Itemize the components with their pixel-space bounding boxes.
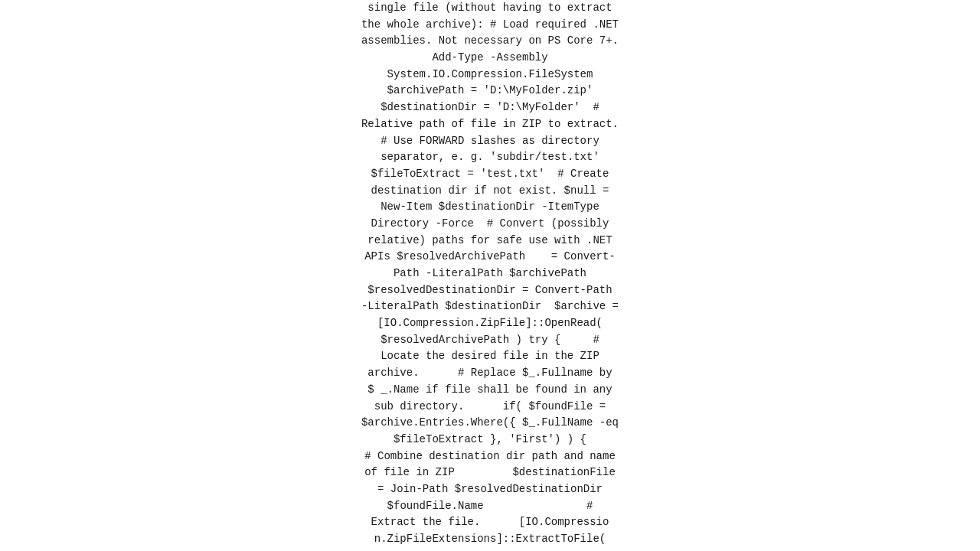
code-line: single file (without having to extract bbox=[15, 0, 965, 17]
code-line: $fileToExtract }, 'First') ) { bbox=[15, 432, 965, 448]
code-line: the whole archive): # Load required .NET bbox=[15, 17, 965, 34]
code-line: archive. # Replace $_.Fullname by bbox=[15, 365, 965, 382]
code-line: APIs $resolvedArchivePath = Convert- bbox=[15, 249, 965, 266]
code-line: $destinationDir = 'D:\MyFolder' # bbox=[15, 99, 965, 116]
code-line: Relative path of file in ZIP to extract. bbox=[15, 116, 965, 133]
code-line: System.IO.Compression.FileSystem bbox=[15, 67, 965, 83]
code-line: = Join-Path $resolvedDestinationDir bbox=[15, 481, 965, 498]
code-line: n.ZipFileExtensions]::ExtractToFile( bbox=[15, 531, 965, 548]
code-line: Locate the desired file in the ZIP bbox=[15, 348, 965, 365]
code-line: $resolvedDestinationDir = Convert-Path bbox=[15, 282, 965, 299]
code-line: separator, e. g. 'subdir/test.txt' bbox=[15, 149, 965, 166]
code-line: of file in ZIP $destinationFile bbox=[15, 465, 965, 481]
code-line: # Use FORWARD slashes as directory bbox=[15, 133, 965, 150]
code-block: single file (without having to extractth… bbox=[0, 0, 980, 548]
code-line: $archivePath = 'D:\MyFolder.zip' bbox=[15, 83, 965, 99]
code-line: [IO.Compression.ZipFile]::OpenRead( bbox=[15, 315, 965, 332]
code-line: $fileToExtract = 'test.txt' # Create bbox=[15, 166, 965, 183]
code-line: $foundFile.Name # bbox=[15, 498, 965, 515]
code-line: relative) paths for safe use with .NET bbox=[15, 233, 965, 249]
code-line: $resolvedArchivePath ) try { # bbox=[15, 332, 965, 349]
code-line: Directory -Force # Convert (possibly bbox=[15, 216, 965, 233]
code-line: sub directory. if( $foundFile = bbox=[15, 399, 965, 416]
code-line: -LiteralPath $destinationDir $archive = bbox=[15, 298, 965, 315]
code-line: Path -LiteralPath $archivePath bbox=[15, 266, 965, 282]
code-line: New-Item $destinationDir -ItemType bbox=[15, 199, 965, 216]
code-line: $ _.Name if file shall be found in any bbox=[15, 382, 965, 399]
code-line: $archive.Entries.Where({ $_.FullName -eq bbox=[15, 415, 965, 432]
code-line: Add-Type -Assembly bbox=[15, 50, 965, 67]
code-line: Extract the file. [IO.Compressio bbox=[15, 514, 965, 531]
code-line: destination dir if not exist. $null = bbox=[15, 183, 965, 200]
code-line: # Combine destination dir path and name bbox=[15, 448, 965, 465]
code-line: assemblies. Not necessary on PS Core 7+. bbox=[15, 33, 965, 50]
